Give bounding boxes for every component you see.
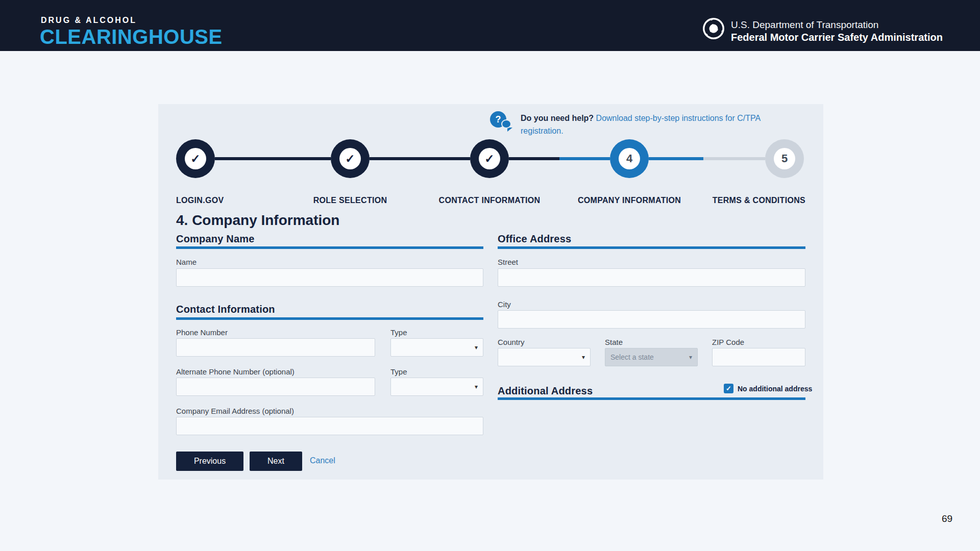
- connector-4-5-left: [649, 157, 703, 160]
- step-number: 5: [774, 148, 795, 169]
- state-placeholder: Select a state: [610, 353, 654, 361]
- step-label-company-information: COMPANY INFORMATION: [578, 196, 681, 205]
- next-button[interactable]: Next: [250, 452, 302, 471]
- app-header: DRUG & ALCOHOL CLEARINGHOUSE U.S. Depart…: [0, 0, 980, 51]
- contact-information-heading: Contact Information: [176, 304, 275, 315]
- no-additional-address-row: ✓ No additional address: [724, 384, 812, 393]
- company-name-heading: Company Name: [176, 233, 255, 245]
- name-label: Name: [176, 258, 197, 266]
- state-label: State: [605, 338, 623, 346]
- office-address-rule: [498, 246, 805, 249]
- help-chat-icon: ?: [490, 111, 517, 135]
- zip-code-input[interactable]: [712, 348, 805, 366]
- step-label-contact-information: CONTACT INFORMATION: [439, 196, 541, 205]
- step-node-terms-conditions[interactable]: 5: [765, 139, 804, 178]
- alt-phone-type-label: Type: [390, 367, 407, 376]
- dept-line2: Federal Motor Carrier Safety Administrat…: [731, 32, 943, 43]
- step-node-contact-information[interactable]: ✓: [470, 139, 509, 178]
- connector-1-2: [215, 157, 331, 160]
- logo-line-top: DRUG & ALCOHOL: [41, 16, 137, 25]
- alt-phone-input[interactable]: [176, 378, 375, 396]
- alt-phone-label: Alternate Phone Number (optional): [176, 367, 295, 376]
- chevron-down-icon: ▾: [475, 344, 478, 350]
- dept-line1: U.S. Department of Transportation: [731, 19, 878, 31]
- slide-page-number: 69: [942, 513, 952, 524]
- page-title: 4. Company Information: [176, 212, 339, 229]
- office-address-heading: Office Address: [498, 233, 571, 245]
- company-name-input[interactable]: [176, 268, 483, 287]
- no-additional-address-checkbox[interactable]: ✓: [724, 384, 733, 393]
- additional-address-rule: [498, 397, 805, 400]
- clearinghouse-logo[interactable]: CLEARINGHOUSE: [40, 26, 223, 48]
- connector-3-4-left: [509, 157, 559, 160]
- page: DRUG & ALCOHOL CLEARINGHOUSE U.S. Depart…: [0, 0, 980, 551]
- chevron-down-icon: ▾: [475, 384, 478, 390]
- check-icon: ✓: [479, 148, 500, 169]
- registration-card: ? Do you need help? Download step-by-ste…: [158, 104, 823, 480]
- step-label-role-selection: ROLE SELECTION: [313, 196, 387, 205]
- connector-2-3: [370, 157, 470, 160]
- zip-code-label: ZIP Code: [712, 338, 744, 346]
- phone-number-input[interactable]: [176, 338, 375, 357]
- city-label: City: [498, 300, 511, 309]
- step-label-logingov: LOGIN.GOV: [176, 196, 224, 205]
- cancel-link[interactable]: Cancel: [310, 456, 335, 465]
- usdot-seal-icon: [702, 17, 725, 40]
- step-label-terms-conditions: TERMS & CONDITIONS: [713, 196, 805, 205]
- company-email-input[interactable]: [176, 417, 483, 435]
- contact-information-rule: [176, 317, 483, 320]
- state-select[interactable]: Select a state ▾: [605, 348, 698, 366]
- step-node-role-selection[interactable]: ✓: [331, 139, 370, 178]
- previous-button[interactable]: Previous: [176, 452, 243, 471]
- connector-3-4-right: [559, 157, 610, 160]
- company-name-rule: [176, 246, 483, 249]
- additional-address-heading: Additional Address: [498, 385, 593, 397]
- alt-phone-type-select[interactable]: ▾: [390, 378, 483, 396]
- connector-4-5-right: [703, 157, 765, 160]
- check-icon: ✓: [339, 148, 361, 169]
- phone-type-select[interactable]: ▾: [390, 338, 483, 357]
- chevron-down-icon: ▾: [582, 354, 585, 360]
- step-node-company-information[interactable]: 4: [610, 139, 649, 178]
- small-bubble-icon: [501, 119, 511, 129]
- no-additional-address-label: No additional address: [738, 385, 812, 393]
- city-input[interactable]: [498, 310, 805, 329]
- company-email-label: Company Email Address (optional): [176, 407, 294, 415]
- step-number: 4: [619, 148, 640, 169]
- step-node-logingov[interactable]: ✓: [176, 139, 215, 178]
- street-label: Street: [498, 258, 518, 266]
- phone-type-label: Type: [390, 328, 407, 337]
- country-select[interactable]: ▾: [498, 348, 591, 366]
- help-question: Do you need help?: [521, 114, 594, 122]
- chevron-down-icon: ▾: [689, 354, 692, 360]
- country-label: Country: [498, 338, 525, 346]
- check-icon: ✓: [185, 148, 206, 169]
- street-input[interactable]: [498, 268, 805, 287]
- phone-number-label: Phone Number: [176, 328, 228, 337]
- help-text: Do you need help? Download step-by-step …: [521, 112, 778, 138]
